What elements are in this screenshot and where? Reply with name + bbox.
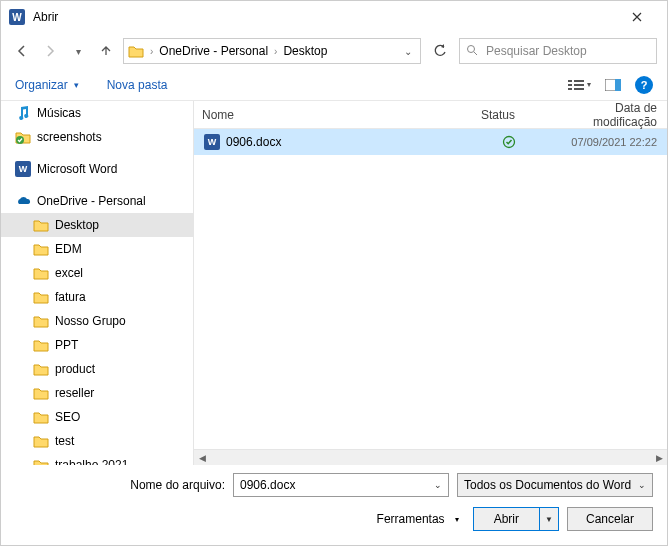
column-header-name[interactable]: Nome — [194, 108, 473, 122]
sync-status-icon — [473, 135, 545, 149]
recent-locations-button[interactable]: ▾ — [67, 40, 89, 62]
folder-icon — [128, 44, 144, 58]
sidebar-item[interactable]: Desktop — [1, 213, 193, 237]
sidebar-item[interactable]: trabalho 2021 — [1, 453, 193, 465]
view-options-button[interactable]: ▾ — [568, 79, 591, 91]
filename-input[interactable]: 0906.docx ⌄ — [233, 473, 449, 497]
sidebar-item[interactable]: reseller — [1, 381, 193, 405]
tools-button[interactable]: Ferramentas▾ — [371, 512, 465, 526]
sidebar-item[interactable]: EDM — [1, 237, 193, 261]
folder-icon — [33, 433, 49, 449]
chevron-down-icon[interactable]: ⌄ — [434, 480, 442, 490]
onedrive-icon — [15, 193, 31, 209]
sidebar-item[interactable]: product — [1, 357, 193, 381]
scroll-right-arrow[interactable]: ▶ — [651, 453, 667, 463]
folder-icon — [33, 313, 49, 329]
folder-icon — [33, 409, 49, 425]
sidebar-item-label: excel — [55, 266, 83, 280]
svg-rect-3 — [568, 84, 572, 86]
sidebar-item[interactable]: test — [1, 429, 193, 453]
svg-rect-2 — [574, 80, 584, 82]
sidebar-item[interactable]: Nosso Grupo — [1, 309, 193, 333]
sidebar-item-label: SEO — [55, 410, 80, 424]
address-dropdown[interactable]: ⌄ — [400, 46, 416, 57]
breadcrumb-segment[interactable]: OneDrive - Personal — [159, 44, 268, 58]
refresh-button[interactable] — [427, 38, 453, 64]
sidebar-item[interactable]: PPT — [1, 333, 193, 357]
search-placeholder: Pesquisar Desktop — [486, 44, 587, 58]
folder-icon — [33, 385, 49, 401]
back-button[interactable] — [11, 40, 33, 62]
open-button[interactable]: Abrir ▼ — [473, 507, 559, 531]
folder-icon — [33, 217, 49, 233]
sidebar-item-label: Músicas — [37, 106, 81, 120]
file-row[interactable]: W0906.docx07/09/2021 22:22 — [194, 129, 667, 155]
folder-ok-icon — [15, 129, 31, 145]
sidebar-item[interactable]: fatura — [1, 285, 193, 309]
sidebar-item-label: OneDrive - Personal — [37, 194, 146, 208]
sidebar-item-label: EDM — [55, 242, 82, 256]
up-button[interactable] — [95, 40, 117, 62]
nav-row: ▾ › OneDrive - Personal › Desktop ⌄ Pesq… — [1, 33, 667, 69]
file-date: 07/09/2021 22:22 — [545, 136, 667, 148]
sidebar-item[interactable]: OneDrive - Personal — [1, 189, 193, 213]
sidebar-item-label: PPT — [55, 338, 78, 352]
window-title: Abrir — [33, 10, 58, 24]
word-app-icon: W — [9, 9, 25, 25]
forward-button[interactable] — [39, 40, 61, 62]
sidebar-item-label: Desktop — [55, 218, 99, 232]
sidebar-item-label: trabalho 2021 — [55, 458, 128, 465]
sidebar: MúsicasscreenshotsWMicrosoft WordOneDriv… — [1, 101, 193, 465]
organize-button[interactable]: Organizar▾ — [15, 78, 79, 92]
chevron-right-icon: › — [148, 46, 155, 57]
svg-rect-4 — [574, 84, 584, 86]
cancel-button[interactable]: Cancelar — [567, 507, 653, 531]
search-input[interactable]: Pesquisar Desktop — [459, 38, 657, 64]
svg-rect-8 — [615, 79, 621, 91]
svg-rect-6 — [574, 88, 584, 90]
column-header-row: Nome Status Data de modificação — [194, 101, 667, 129]
chevron-right-icon: › — [272, 46, 279, 57]
open-split-dropdown[interactable]: ▼ — [540, 515, 558, 524]
svg-rect-5 — [568, 88, 572, 90]
svg-point-0 — [468, 45, 475, 52]
sidebar-item[interactable]: WMicrosoft Word — [1, 157, 193, 181]
folder-icon — [33, 337, 49, 353]
title-bar: W Abrir — [1, 1, 667, 33]
folder-icon — [33, 265, 49, 281]
sidebar-item-label: reseller — [55, 386, 94, 400]
sidebar-item[interactable]: screenshots — [1, 125, 193, 149]
horizontal-scrollbar[interactable]: ◀ ▶ — [194, 449, 667, 465]
footer: Nome do arquivo: 0906.docx ⌄ Todos os Do… — [1, 465, 667, 541]
new-folder-button[interactable]: Nova pasta — [107, 78, 168, 92]
word-icon: W — [15, 161, 31, 177]
column-header-date[interactable]: Data de modificação — [545, 101, 667, 129]
breadcrumb-segment[interactable]: Desktop — [283, 44, 327, 58]
column-header-status[interactable]: Status — [473, 108, 545, 122]
sidebar-item-label: Nosso Grupo — [55, 314, 126, 328]
preview-pane-button[interactable] — [605, 79, 621, 91]
search-icon — [466, 44, 478, 59]
address-bar[interactable]: › OneDrive - Personal › Desktop ⌄ — [123, 38, 421, 64]
music-icon — [15, 105, 31, 121]
sidebar-item[interactable]: excel — [1, 261, 193, 285]
sidebar-item[interactable]: Músicas — [1, 101, 193, 125]
help-button[interactable]: ? — [635, 76, 653, 94]
file-list: W0906.docx07/09/2021 22:22 — [194, 129, 667, 449]
toolbar: Organizar▾ Nova pasta ▾ ? — [1, 69, 667, 101]
sidebar-item-label: test — [55, 434, 74, 448]
body: MúsicasscreenshotsWMicrosoft WordOneDriv… — [1, 101, 667, 465]
folder-icon — [33, 241, 49, 257]
chevron-down-icon[interactable]: ⌄ — [638, 480, 646, 490]
sidebar-item[interactable]: SEO — [1, 405, 193, 429]
sidebar-item-label: screenshots — [37, 130, 102, 144]
filename-label: Nome do arquivo: — [15, 478, 225, 492]
sidebar-item-label: product — [55, 362, 95, 376]
file-type-filter[interactable]: Todos os Documentos do Word ⌄ — [457, 473, 653, 497]
svg-rect-1 — [568, 80, 572, 82]
scroll-left-arrow[interactable]: ◀ — [194, 453, 210, 463]
file-pane: Nome Status Data de modificação W0906.do… — [193, 101, 667, 465]
folder-icon — [33, 457, 49, 465]
folder-icon — [33, 361, 49, 377]
close-button[interactable] — [615, 3, 659, 31]
